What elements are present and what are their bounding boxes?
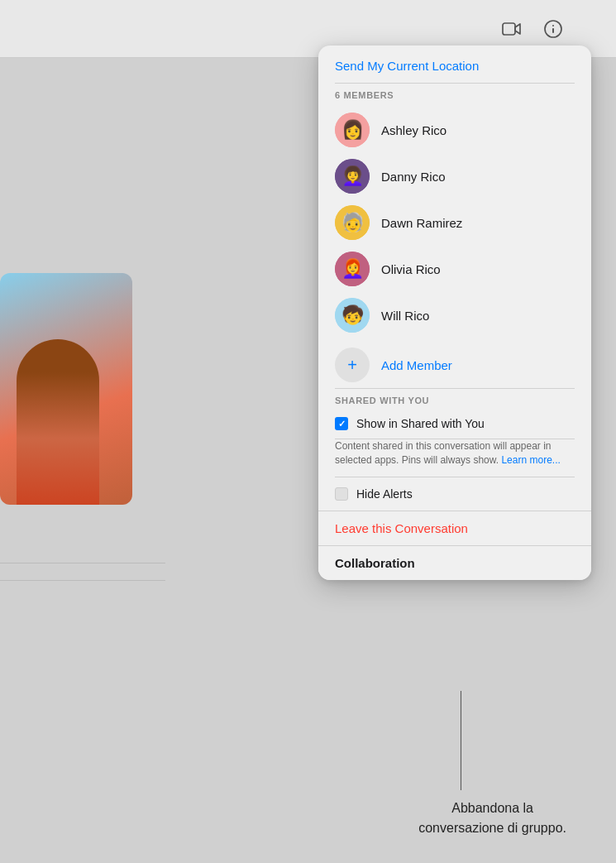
member-item[interactable]: 👩 Ashley Rico [318,107,591,153]
member-name-danny: Danny Rico [381,170,446,184]
member-item[interactable]: 🧒 Will Rico [318,292,591,338]
shared-with-you-header: SHARED WITH YOU [318,389,591,409]
hide-alerts-row[interactable]: Hide Alerts [318,477,591,511]
shared-description: Content shared in this conversation will… [318,439,591,477]
annotation-line [461,691,461,790]
annotation-text: Abbandona laconversazione di gruppo. [418,798,566,838]
hide-alerts-label: Hide Alerts [356,487,413,501]
avatar-dawn: 🧓 [335,205,370,240]
members-section-header: 6 MEMBERS [318,84,591,103]
member-name-olivia: Olivia Rico [381,262,441,276]
avatar-ashley: 👩 [335,113,370,147]
send-location-button[interactable]: Send My Current Location [318,46,591,83]
svg-point-2 [552,25,554,26]
svg-text:👩: 👩 [341,118,365,141]
list-decorations [0,546,165,597]
add-member-button[interactable]: + Add Member [318,342,591,388]
info-icon[interactable] [540,16,566,42]
svg-rect-0 [503,23,515,35]
member-name-dawn: Dawn Ramirez [381,216,462,230]
member-name-will: Will Rico [381,309,429,323]
add-member-label: Add Member [381,358,452,372]
member-item[interactable]: 🧓 Dawn Ramirez [318,199,591,246]
member-list: 👩 Ashley Rico 👩‍🦱 Danny Rico 🧓 Dawn Rami… [318,103,591,342]
member-item[interactable]: 👩‍🦱 Danny Rico [318,153,591,199]
svg-text:🧒: 🧒 [341,304,365,326]
add-icon: + [335,348,370,382]
svg-text:👩‍🦰: 👩‍🦰 [341,257,365,280]
learn-more-link[interactable]: Learn more... [501,454,560,466]
show-in-shared-label: Show in Shared with You [356,417,485,430]
svg-text:👩‍🦱: 👩‍🦱 [341,165,365,187]
avatar-will: 🧒 [335,298,370,333]
svg-text:🧓: 🧓 [341,211,365,233]
member-name-ashley: Ashley Rico [381,123,446,137]
show-in-shared-checkbox[interactable] [335,417,348,430]
info-popup: Send My Current Location 6 MEMBERS 👩 Ash… [318,46,591,580]
avatar-olivia: 👩‍🦰 [335,252,370,286]
member-item[interactable]: 👩‍🦰 Olivia Rico [318,246,591,292]
avatar-danny: 👩‍🦱 [335,159,370,194]
person-silhouette [17,339,99,505]
photo-thumbnail [0,273,132,505]
hide-alerts-checkbox[interactable] [335,487,348,501]
collaboration-label: Collaboration [318,545,591,580]
show-in-shared-row[interactable]: Show in Shared with You [318,409,591,439]
svg-rect-3 [552,28,554,33]
video-icon[interactable] [499,16,525,42]
leave-conversation-button[interactable]: Leave this Conversation [318,511,591,545]
